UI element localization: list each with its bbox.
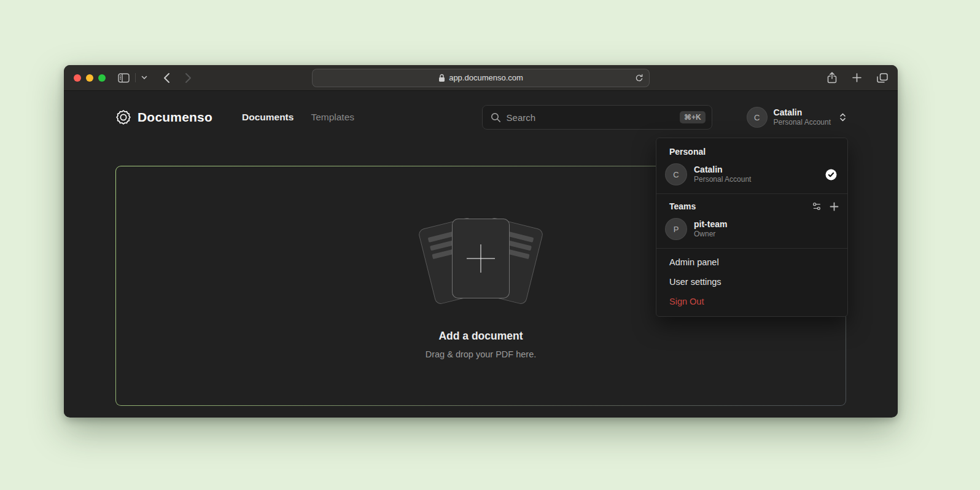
search-shortcut-badge: ⌘+K [680,111,706,123]
toolbar-divider [135,73,136,82]
account-meta: Catalin Personal Account [774,107,831,128]
app-content: Documenso Documents Templates ⌘+K C [64,91,898,417]
brand[interactable]: Documenso [115,109,212,125]
forward-icon[interactable] [185,72,192,84]
toolbar-left-group [118,73,147,83]
team-role: Owner [694,230,727,239]
search-icon [491,112,501,123]
search-box[interactable]: ⌘+K [482,105,712,130]
traffic-lights [74,74,106,82]
toolbar-right-group [827,72,888,84]
reload-icon[interactable] [635,73,644,82]
account-menu-button[interactable]: C Catalin Personal Account [747,107,846,128]
new-tab-icon[interactable] [852,73,861,82]
personal-account-name: Catalin [694,164,751,175]
personal-account-avatar: C [665,163,687,185]
menu-item-admin-panel[interactable]: Admin panel [656,252,847,272]
brand-name: Documenso [138,110,212,125]
menu-teams-header: Teams [669,201,696,211]
team-avatar: P [665,218,687,240]
browser-titlebar: app.documenso.com [64,65,898,91]
menu-personal-account-item[interactable]: C Catalin Personal Account [656,160,847,191]
add-document-plus-icon [467,244,495,273]
nav-templates[interactable]: Templates [311,112,354,123]
browser-nav-arrows [163,72,192,84]
sidebar-toggle-icon[interactable] [118,73,130,83]
app-header: Documenso Documents Templates ⌘+K C [64,91,898,144]
account-name: Catalin [774,107,831,119]
menu-personal-header: Personal [656,142,847,160]
menu-item-sign-out[interactable]: Sign Out [656,292,847,311]
menu-teams-header-row: Teams [656,198,847,215]
personal-account-subtitle: Personal Account [694,175,751,185]
main-nav: Documents Templates [242,112,354,123]
nav-documents[interactable]: Documents [242,112,294,123]
menu-divider [656,193,847,194]
close-window-button[interactable] [74,74,81,82]
url-text: app.documenso.com [449,73,523,82]
menu-divider [656,248,847,249]
team-name: pit-team [694,219,727,230]
lock-icon [438,74,445,82]
share-icon[interactable] [827,72,837,84]
account-dropdown-menu: Personal C Catalin Personal Account Team… [656,138,848,317]
create-team-plus-icon[interactable] [830,202,839,211]
browser-window: app.documenso.com [64,65,898,418]
manage-teams-icon[interactable] [812,201,822,211]
sidebar-chevron-down-icon[interactable] [141,76,147,80]
zoom-window-button[interactable] [98,74,106,82]
back-icon[interactable] [163,72,170,84]
tab-overview-icon[interactable] [877,73,888,83]
address-bar[interactable]: app.documenso.com [312,69,650,87]
menu-item-user-settings[interactable]: User settings [656,272,847,292]
search-input[interactable] [507,112,674,123]
selected-check-icon [825,168,838,181]
menu-team-item[interactable]: P pit-team Owner [656,215,847,246]
minimize-window-button[interactable] [86,74,93,82]
documenso-logo-icon [115,109,131,125]
document-stack-illustration [410,212,551,314]
account-subtitle: Personal Account [774,118,831,127]
document-card-center [452,219,510,298]
dropzone-subtitle: Drag & drop your PDF here. [426,349,537,359]
account-avatar: C [747,107,768,128]
chevrons-up-down-icon [839,112,846,122]
dropzone-title: Add a document [438,330,523,343]
